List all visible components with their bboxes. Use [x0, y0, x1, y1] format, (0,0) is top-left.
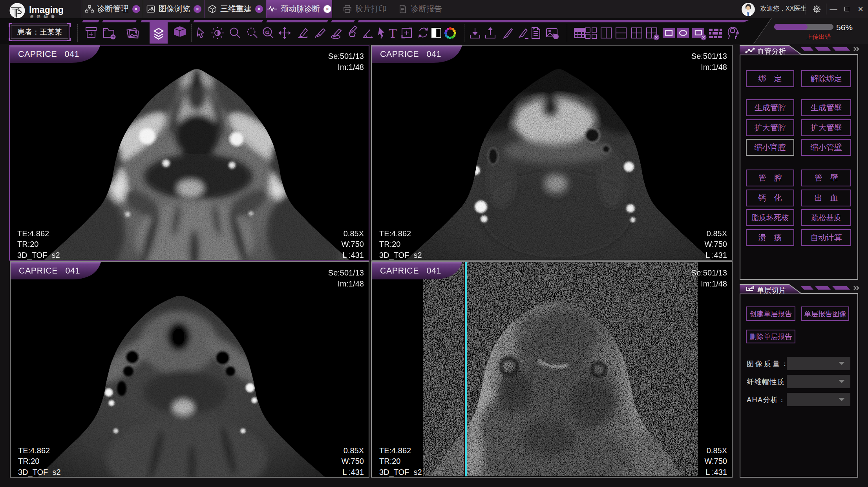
svg-text:x2: x2	[265, 30, 269, 35]
svg-text:T: T	[389, 26, 397, 40]
svg-text:Imaging: Imaging	[29, 5, 64, 15]
